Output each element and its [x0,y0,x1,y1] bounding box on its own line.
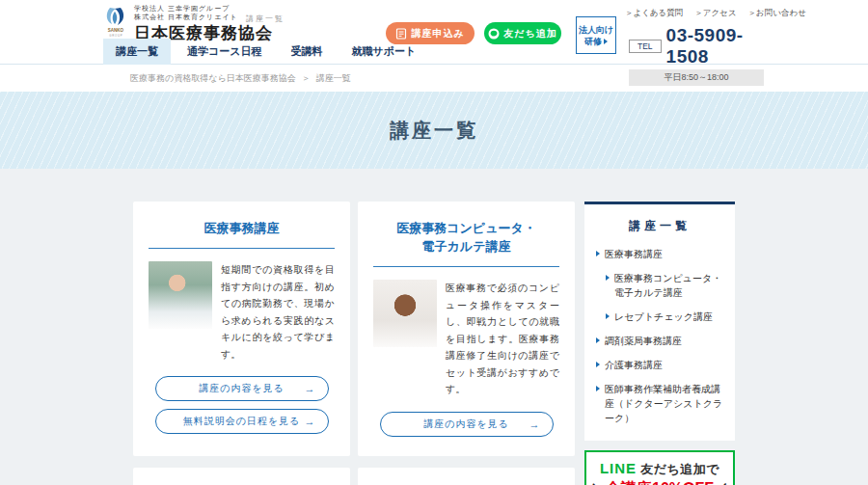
card-description: 医療事務で必須のコンピュータ操作をマスターし、即戦力としての就職を目指します。医… [446,280,559,398]
triangle-right-icon [606,275,610,281]
logo-group-line1: 学校法人 三幸学園グループ [134,4,273,13]
sidebar-item-computer-karte[interactable]: 医療事務コンピュータ・電子カルテ講座 [606,271,723,300]
course-list-box: 講座一覧 医療事務講座 医療事務コンピュータ・電子カルテ講座 レセプトチェック講… [584,202,735,441]
sanko-logo-icon: SANKO G R O U P [103,6,128,39]
card-computer-karte: 医療事務コンピュータ・ 電子カルテ講座 医療事務で必須のコンピュータ操作をマスタ… [358,202,575,456]
line-coupon-banner[interactable]: LINE 友だち追加で ＼全講座10%OFF／ クーポンプレゼント [584,450,735,485]
sidebar: 講座一覧 医療事務講座 医療事務コンピュータ・電子カルテ講座 レセプトチェック講… [584,202,735,485]
card-medical-office: 医療事務講座 短期間での資格取得を目指す方向けの講座。初めての病院勤務で、現場か… [133,202,350,456]
nav-schedule[interactable]: 通学コース日程 [175,39,275,65]
card-title: 医療事務コンピュータ・ 電子カルテ講座 [373,219,559,256]
site-header: SANKO G R O U P 学校法人 三幸学園グループ 株式会社 日本教育ク… [0,0,868,65]
tel-hours: 平日8:50～18:00 [629,69,764,86]
view-course-button[interactable]: 講座の内容を見る → [155,376,329,401]
line-banner-line1: LINE 友だち追加で [590,460,729,478]
line-brand-text: LINE [600,460,637,476]
course-photo [149,261,212,329]
offer-text: 全講座10%OFF [606,480,714,485]
tel-label: TEL [629,40,662,53]
header-page-label: 講座一覧 [246,13,285,24]
contact-link[interactable]: ＞お問い合わせ [748,8,806,19]
triangle-right-icon [606,313,610,319]
triangle-right-icon [596,337,600,343]
line-add-button[interactable]: 友だち追加 [484,22,561,44]
line-icon [488,28,500,40]
tel-block: TEL 03-5909-1508 平日8:50～18:00 [629,25,764,86]
triangle-right-icon [596,251,600,256]
breadcrumb-separator: ＞ [302,72,311,85]
tel-number: 03-5909-1508 [666,25,764,67]
divider [373,266,559,267]
arrow-right-icon: → [305,416,316,427]
svg-text:SANKO: SANKO [108,28,124,33]
view-course-button[interactable]: 講座の内容を見る → [380,412,554,437]
triangle-right-icon [596,386,600,391]
view-briefing-schedule-button[interactable]: 無料説明会の日程を見る → [155,409,329,434]
sidebar-title: 講座一覧 [596,218,723,234]
utility-links: ＞よくある質問 ＞アクセス ＞お問い合わせ [625,8,806,19]
triangle-right-icon [604,39,608,44]
card-receipt-check: レセプトチェック講座 請求業務で必須のレセプト点検を学ぶ講座です。 [133,468,350,485]
breadcrumb-root[interactable]: 医療事務の資格取得なら日本医療事務協会 [130,72,296,85]
line-banner-offer: ＼全講座10%OFF／ [590,479,729,485]
course-photo [373,280,437,347]
triangle-right-icon [596,362,600,367]
sidebar-item-medical-office[interactable]: 医療事務講座 [596,247,723,261]
access-link[interactable]: ＞アクセス [694,8,736,19]
breadcrumb-current: 講座一覧 [316,72,351,85]
main-content: 医療事務講座 短期間での資格取得を目指す方向けの講座。初めての病院勤務で、現場か… [0,169,868,485]
nav-course-list[interactable]: 講座一覧 [103,39,171,65]
line-add-label: 友だち追加 [503,27,556,40]
card-pharmacy-office: 調剤薬局事務講座 調剤事務は専門性が高く、長く安定して働きたい方におすすめです。 [358,468,575,485]
sidebar-item-pharmacy[interactable]: 調剤薬局事務講座 [596,334,723,348]
card-title: 医療事務講座 [149,219,335,237]
corporate-training-button[interactable]: 法人向け 研修 [576,16,616,54]
page-title-banner: 講座一覧 [0,92,868,169]
arrow-right-icon: → [529,418,541,430]
faq-link[interactable]: ＞よくある質問 [625,8,683,19]
form-icon [395,28,407,40]
main-nav: 講座一覧 通学コース日程 受講料 就職サポート [103,39,428,65]
nav-fees[interactable]: 受講料 [279,39,336,65]
svg-text:G R O U P: G R O U P [109,34,122,38]
corporate-line2: 研修 [577,36,615,47]
course-cards: 医療事務講座 短期間での資格取得を目指す方向けの講座。初めての病院勤務で、現場か… [133,202,575,485]
page-title: 講座一覧 [0,92,868,169]
sidebar-item-care-office[interactable]: 介護事務講座 [596,358,723,372]
nav-job-support[interactable]: 就職サポート [339,39,429,65]
sidebar-item-doctor-assist[interactable]: 医師事務作業補助者養成講座（ドクターアシストクラーク） [596,382,723,425]
corporate-line1: 法人向け [577,24,615,36]
arrow-right-icon: → [305,383,316,394]
divider [149,248,335,249]
sidebar-item-receipt-check[interactable]: レセプトチェック講座 [606,310,723,324]
card-description: 短期間での資格取得を目指す方向けの講座。初めての病院勤務で、現場から求められる実… [221,261,335,363]
